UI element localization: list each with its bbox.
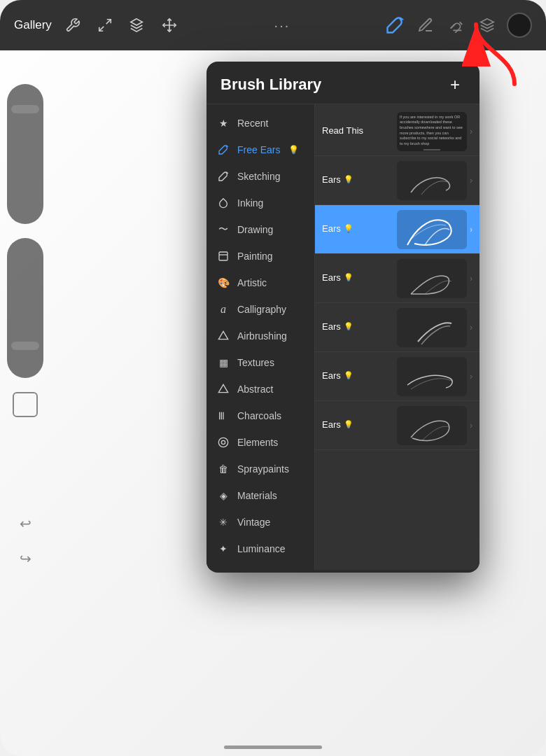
brush-size-slider[interactable] [7, 84, 43, 224]
brush-item-ears-5[interactable]: Ears 💡 › [315, 352, 479, 401]
brush-info: Ears 💡 [322, 223, 397, 235]
chevron-right-icon: › [470, 421, 472, 430]
category-list: ★ Recent Free Ears 💡 [206, 104, 315, 570]
sidebar-item-label: Free Ears [237, 144, 280, 155]
brush-preview-ears-6 [397, 406, 467, 445]
sidebar-item-materials[interactable]: ◈ Materials [206, 482, 314, 509]
brush-library-header: Brush Library + [206, 62, 479, 104]
svg-line-1 [99, 27, 104, 31]
charcoals-icon [216, 409, 230, 423]
brush-preview-ears-3 [397, 259, 467, 298]
airbrushing-icon [216, 329, 230, 343]
opacity-slider-thumb[interactable] [11, 342, 39, 350]
undo-button[interactable]: ↩ [13, 511, 38, 536]
svg-point-14 [221, 440, 225, 444]
sidebar-item-spraypaints[interactable]: 🗑 Spraypaints [206, 456, 314, 482]
sidebar-item-label: Textures [237, 357, 274, 368]
chevron-right-icon: › [470, 274, 472, 284]
brush-item-ears-2[interactable]: Ears 💡 › [315, 205, 479, 254]
svg-line-0 [106, 20, 111, 24]
brush-item-ears-4[interactable]: Ears 💡 › [315, 303, 479, 352]
brush-item-ears-3[interactable]: Ears 💡 › [315, 254, 479, 303]
lightbulb-icon: 💡 [344, 371, 354, 380]
brush-info: Ears 💡 [322, 174, 397, 186]
brush-item-ears-1[interactable]: Ears 💡 › [315, 156, 479, 205]
industrial-icon: 🏆 [216, 568, 230, 570]
brush-item-ears-6[interactable]: Ears 💡 › [315, 401, 479, 450]
sidebar-item-artistic[interactable]: 🎨 Artistic [206, 270, 314, 296]
brush-info: Ears 💡 [322, 419, 397, 431]
brush-info: Ears 💡 [322, 370, 397, 382]
recent-icon: ★ [216, 116, 230, 130]
eraser-tool-icon[interactable] [445, 14, 468, 36]
selection-icon[interactable] [126, 14, 148, 36]
sidebar-item-abstract[interactable]: Abstract [206, 376, 314, 402]
color-square[interactable] [13, 392, 38, 417]
sidebar-item-label: Elements [237, 437, 278, 448]
brush-info: Read This [322, 125, 397, 137]
sidebar-item-drawing[interactable]: 〜 Drawing [206, 216, 314, 243]
sidebar-item-label: Spraypaints [237, 463, 289, 475]
spraypaints-icon: 🗑 [216, 462, 230, 476]
sidebar-item-label: Painting [237, 251, 273, 262]
brush-library-panel: Brush Library + ★ Recent Free Ears 💡 [206, 62, 479, 573]
redo-button[interactable]: ↪ [13, 546, 38, 571]
sidebar-item-inking[interactable]: Inking [206, 190, 314, 216]
brush-name-row: Ears 💡 [322, 321, 397, 332]
brush-item-read-this[interactable]: Read This If you are interested in my wo… [315, 107, 479, 156]
elements-icon [216, 435, 230, 449]
abstract-icon [216, 382, 230, 396]
sidebar-item-calligraphy[interactable]: a Calligraphy [206, 296, 314, 323]
chevron-right-icon: › [470, 176, 472, 186]
brush-tool-icon[interactable] [384, 14, 406, 36]
sidebar-item-label: Materials [237, 490, 277, 501]
brush-name-row: Ears 💡 [322, 370, 397, 381]
lightbulb-icon: 💡 [344, 175, 354, 184]
svg-marker-8 [218, 331, 227, 339]
chevron-right-icon: › [470, 225, 472, 234]
sidebar-item-airbrushing[interactable]: Airbrushing [206, 323, 314, 349]
opacity-slider[interactable] [7, 238, 43, 378]
luminance-icon: ✦ [216, 542, 230, 556]
sidebar-item-industrial[interactable]: 🏆 Industrial [206, 562, 314, 570]
toolbar-center: ··· [181, 18, 384, 34]
lightbulb-icon: 💡 [344, 420, 354, 429]
sidebar-item-vintage[interactable]: ✳ Vintage [206, 509, 314, 536]
home-bar [224, 746, 322, 749]
sidebar-item-elements[interactable]: Elements [206, 429, 314, 456]
transform-icon[interactable] [158, 14, 181, 36]
lightbulb-icon: 💡 [344, 322, 354, 331]
drawing-icon: 〜 [216, 223, 230, 237]
sidebar-item-charcoals[interactable]: Charcoals [206, 402, 314, 429]
brush-name: Ears [322, 370, 341, 381]
sidebar-item-luminance[interactable]: ✦ Luminance [206, 536, 314, 562]
more-options-icon[interactable]: ··· [274, 18, 290, 34]
materials-icon: ◈ [216, 489, 230, 503]
brush-name: Ears [322, 419, 341, 430]
color-picker[interactable] [507, 13, 532, 38]
size-slider-thumb[interactable] [11, 105, 39, 113]
chevron-right-icon: › [470, 127, 472, 136]
add-brush-button[interactable]: + [444, 74, 465, 95]
brush-name: Ears [322, 272, 341, 283]
sidebar-item-free-ears[interactable]: Free Ears 💡 [206, 136, 314, 163]
free-ears-badge: 💡 [288, 145, 299, 155]
wrench-icon[interactable] [62, 14, 84, 36]
smudge-tool-icon[interactable] [414, 14, 437, 36]
sidebar-item-painting[interactable]: Painting [206, 243, 314, 270]
sidebar-item-label: Luminance [237, 543, 286, 554]
sidebar-item-textures[interactable]: ▦ Textures [206, 349, 314, 376]
sidebar-item-recent[interactable]: ★ Recent [206, 110, 314, 136]
sidebar-item-label: Charcoals [237, 410, 281, 421]
layers-icon[interactable] [476, 14, 498, 36]
chevron-right-icon: › [470, 323, 472, 332]
sidebar-item-label: Vintage [237, 517, 270, 528]
sidebar-item-sketching[interactable]: Sketching [206, 163, 314, 190]
modify-icon[interactable] [94, 14, 116, 36]
gallery-button[interactable]: Gallery [14, 18, 52, 32]
brush-list: Read This If you are interested in my wo… [315, 104, 479, 570]
textures-icon: ▦ [216, 356, 230, 370]
brush-name: Ears [322, 223, 341, 234]
brush-name-row: Read This [322, 125, 397, 136]
sidebar-item-label: Artistic [237, 277, 267, 288]
